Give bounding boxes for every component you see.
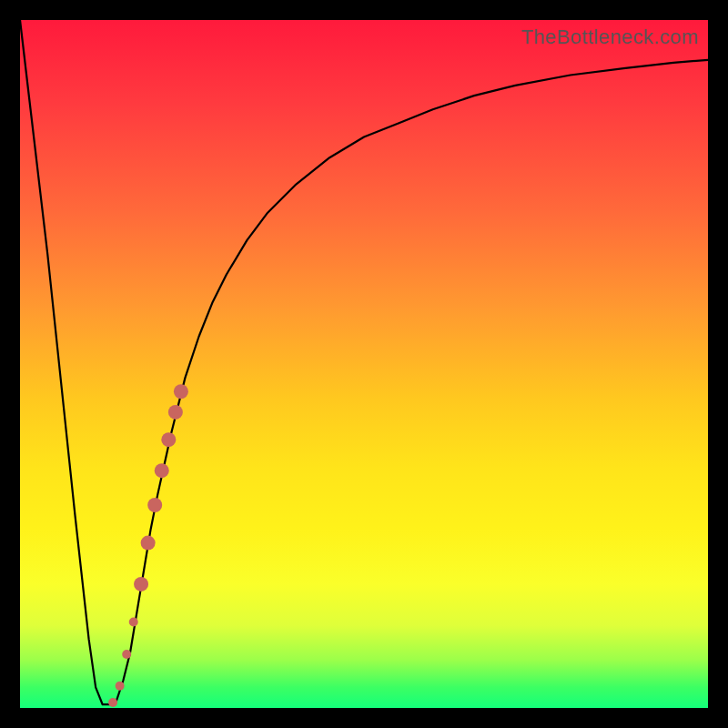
highlight-marker bbox=[155, 463, 169, 478]
highlight-marker bbox=[134, 577, 148, 592]
chart-svg bbox=[20, 20, 708, 708]
plot-area: TheBottleneck.com bbox=[20, 20, 708, 708]
highlight-marker bbox=[168, 405, 183, 420]
chart-frame: TheBottleneck.com bbox=[0, 0, 728, 728]
highlight-marker bbox=[129, 618, 138, 627]
highlight-marker bbox=[147, 498, 162, 512]
bottleneck-curve-line bbox=[20, 20, 708, 704]
highlighted-markers bbox=[108, 384, 188, 707]
highlight-marker bbox=[141, 536, 156, 551]
highlight-marker bbox=[108, 698, 117, 707]
highlight-marker bbox=[174, 384, 188, 399]
highlight-marker bbox=[161, 432, 176, 447]
highlight-marker bbox=[116, 682, 125, 691]
highlight-marker bbox=[122, 650, 131, 659]
